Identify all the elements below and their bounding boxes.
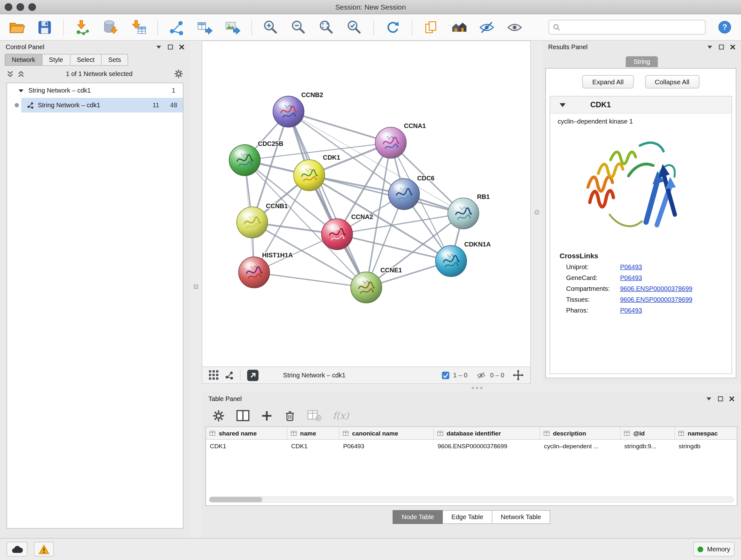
export-table-button[interactable]	[196, 18, 213, 36]
network-edge-CCNA2-CDKN1A[interactable]	[337, 234, 451, 261]
table-panel-splitter[interactable]	[202, 384, 741, 392]
network-node-CCNB2[interactable]	[273, 96, 304, 127]
show-columns-icon[interactable]	[236, 410, 249, 422]
new-network-from-selection-button[interactable]	[168, 18, 186, 36]
network-edge-CCNB2-CCNA1[interactable]	[288, 112, 391, 143]
results-panel-splitter[interactable]	[531, 41, 542, 384]
show-all-views-button[interactable]	[450, 18, 468, 36]
cloud-status-button[interactable]	[7, 542, 27, 557]
network-node-CCNB1[interactable]	[237, 207, 268, 238]
expand-all-chevrons-icon[interactable]	[7, 70, 14, 77]
delete-column-trash-icon[interactable]	[284, 409, 296, 422]
zoom-in-button[interactable]	[262, 18, 280, 36]
column-header-name[interactable]: name	[287, 427, 339, 439]
panel-close-icon[interactable]	[729, 396, 734, 401]
section-disclosure-icon[interactable]	[559, 103, 565, 107]
import-network-from-database-button[interactable]	[102, 18, 119, 36]
network-edge-HIST1H1A-CCNE1[interactable]	[254, 272, 366, 287]
panel-float-icon[interactable]	[168, 44, 173, 49]
splitter-grip[interactable]	[471, 387, 482, 389]
search-input[interactable]	[563, 23, 701, 30]
crosslink-genecard-link[interactable]: P06493	[620, 274, 642, 281]
tab-edge-table[interactable]: Edge Table	[443, 510, 492, 523]
zoom-selected-button[interactable]	[346, 18, 363, 36]
export-image-button[interactable]	[223, 18, 241, 36]
network-node-CCNA2[interactable]	[321, 219, 352, 250]
export-view-icon[interactable]	[247, 369, 259, 381]
tab-style[interactable]: Style	[43, 54, 70, 66]
expand-all-button[interactable]: Expand All	[583, 75, 633, 88]
function-builder-button[interactable]: f(x)	[333, 410, 349, 422]
crosslink-compartments-link[interactable]: 9606.ENSP00000378699	[620, 285, 692, 292]
zoom-fit-button[interactable]	[318, 18, 335, 36]
control-panel-splitter[interactable]	[190, 41, 202, 538]
disclosure-triangle-icon[interactable]	[18, 89, 23, 92]
network-node-CCNE1[interactable]	[351, 272, 382, 303]
crosslink-tissues-link[interactable]: 9606.ENSP00000378699	[620, 296, 692, 303]
hidden-eye-slash-icon[interactable]	[476, 371, 486, 379]
delete-table-icon[interactable]	[307, 410, 321, 422]
network-row[interactable]: String Network – cdk1 11 48	[7, 98, 183, 113]
gear-icon[interactable]	[174, 69, 184, 78]
collapse-all-button[interactable]: Collapse All	[645, 75, 699, 88]
memory-button[interactable]: Memory	[693, 542, 734, 557]
table-settings-gear-icon[interactable]	[212, 409, 225, 422]
splitter-grip[interactable]	[535, 210, 539, 215]
grid-view-icon[interactable]	[209, 370, 219, 380]
panel-close-icon[interactable]	[179, 44, 184, 49]
splitter-grip[interactable]	[194, 285, 198, 289]
scrollbar-thumb[interactable]	[209, 497, 262, 502]
tab-sets[interactable]: Sets	[102, 54, 128, 66]
panel-menu-icon[interactable]	[706, 396, 712, 401]
network-node-CDKN1A[interactable]	[435, 246, 467, 276]
import-network-from-file-button[interactable]	[74, 18, 91, 36]
table-row[interactable]: CDK1 CDK1 P06493 9606.ENSP00000378699 cy…	[206, 440, 737, 452]
save-session-button[interactable]	[36, 18, 53, 36]
share-view-icon[interactable]	[225, 371, 234, 380]
network-edge-CCNB2-CCNE1[interactable]	[288, 112, 366, 288]
pan-move-icon[interactable]	[513, 370, 524, 381]
panel-float-icon[interactable]	[718, 396, 723, 401]
panel-menu-icon[interactable]	[707, 45, 713, 49]
column-header-canonical-name[interactable]: canonical name	[339, 427, 434, 439]
help-button[interactable]: ?	[716, 18, 733, 36]
warnings-button[interactable]	[34, 542, 54, 557]
column-header-namespace[interactable]: namespac	[675, 427, 737, 439]
network-node-label-CDKN1A: CDKN1A	[464, 241, 491, 248]
network-node-CDC6[interactable]	[388, 179, 419, 209]
import-table-button[interactable]	[130, 18, 147, 36]
svg-text:?: ?	[722, 23, 727, 31]
zoom-out-button[interactable]	[290, 18, 308, 36]
collapse-all-chevrons-icon[interactable]	[17, 70, 24, 77]
network-node-CDC25B[interactable]	[229, 145, 260, 176]
horizontal-scrollbar[interactable]	[209, 496, 734, 503]
panel-close-icon[interactable]	[730, 44, 735, 49]
network-node-CDK1[interactable]	[293, 160, 325, 191]
network-node-CCNA1[interactable]	[375, 127, 406, 158]
panel-float-icon[interactable]	[719, 44, 724, 49]
column-header-id[interactable]: @id	[620, 427, 675, 439]
column-header-database-identifier[interactable]: database identifier	[434, 427, 540, 439]
crosslink-pharos-link[interactable]: P06493	[620, 307, 642, 314]
network-collection-row[interactable]: String Network – cdk1 1	[7, 83, 183, 98]
tab-network-table[interactable]: Network Table	[492, 510, 550, 523]
open-session-button[interactable]	[8, 18, 25, 36]
network-canvas[interactable]: CCNB2CCNA1CDC25BCDK1CDC6RB1CCNB1CCNA2CDK…	[202, 41, 530, 367]
crosslink-uniprot-link[interactable]: P06493	[620, 263, 642, 270]
tab-string[interactable]: String	[626, 56, 658, 67]
column-header-shared-name[interactable]: shared name	[206, 427, 287, 439]
copy-style-button[interactable]	[422, 18, 440, 36]
add-column-plus-icon[interactable]	[261, 410, 273, 422]
column-header-description[interactable]: description	[540, 427, 621, 439]
tab-select[interactable]: Select	[70, 54, 102, 66]
refresh-view-button[interactable]	[384, 18, 401, 36]
network-node-HIST1H1A[interactable]	[239, 257, 270, 288]
panel-menu-icon[interactable]	[156, 45, 162, 49]
hide-selected-button[interactable]	[478, 18, 495, 36]
show-hidden-button[interactable]	[506, 18, 524, 36]
tab-network[interactable]: Network	[5, 54, 43, 66]
network-node-RB1[interactable]	[448, 198, 479, 229]
homes-icon	[450, 18, 467, 36]
selected-checkbox-icon[interactable]	[442, 371, 450, 379]
tab-node-table[interactable]: Node Table	[393, 510, 443, 523]
